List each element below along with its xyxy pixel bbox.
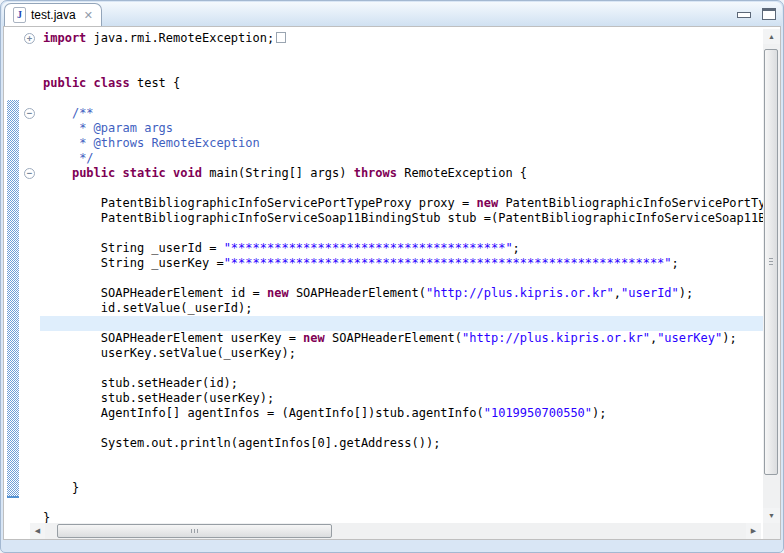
code-line[interactable]: [43, 46, 763, 61]
scroll-left-icon[interactable]: ◀: [30, 523, 45, 539]
code-token: "http://plus.kipris.or.kr": [426, 286, 614, 300]
code-token: /**: [43, 106, 94, 120]
code-token: RemoteException {: [397, 166, 527, 180]
code-token: PatentBibliographicInfoServiceSoap11Bind…: [43, 211, 763, 225]
code-token: }: [43, 481, 79, 495]
code-line[interactable]: * @param args: [43, 121, 763, 136]
code-line[interactable]: String _userKey ="**********************…: [43, 256, 763, 271]
code-line[interactable]: stub.setHeader(userKey);: [43, 391, 763, 406]
code-line[interactable]: * @throws RemoteException: [43, 136, 763, 151]
code-line[interactable]: /**: [43, 106, 763, 121]
vertical-scrollbar[interactable]: ▲ ▼: [763, 29, 780, 523]
code-token: SOAPHeaderElement(: [289, 286, 426, 300]
code-line[interactable]: AgentInfo[] agentInfos = (AgentInfo[])st…: [43, 406, 763, 421]
code-line[interactable]: [43, 271, 763, 286]
code-token: String _userId =: [43, 241, 224, 255]
code-token: "userKey": [657, 331, 722, 345]
code-token: );: [592, 406, 606, 420]
fold-minus-icon[interactable]: −: [24, 168, 35, 179]
code-token: ,: [614, 286, 621, 300]
code-token: String _userKey =: [43, 256, 224, 270]
code-token: new: [476, 196, 498, 210]
code-area[interactable]: import java.rmi.RemoteException;public c…: [40, 27, 763, 523]
fold-plus-icon[interactable]: +: [24, 33, 35, 44]
code-token: PatentBibliographicInfoServicePortTypePr…: [43, 196, 476, 210]
code-line[interactable]: stub.setHeader(id);: [43, 376, 763, 391]
code-token: "1019950700550": [484, 406, 592, 420]
code-token: public static void: [72, 166, 202, 180]
editor-tab-bar: J test.java ✕: [2, 2, 782, 26]
code-token: "http://plus.kipris.or.kr": [462, 331, 650, 345]
code-line[interactable]: PatentBibliographicInfoServiceSoap11Bind…: [43, 211, 763, 226]
code-token: PatentBibliographicInfoServicePortTypeP: [498, 196, 763, 210]
code-line[interactable]: id.setValue(_userId);: [43, 301, 763, 316]
code-token: );: [679, 286, 693, 300]
code-token: userKey.setValue(_userKey);: [43, 346, 296, 360]
code-token: SOAPHeaderElement id =: [43, 286, 267, 300]
view-window-controls: [737, 7, 776, 20]
code-token: java.rmi.RemoteException;: [86, 31, 274, 45]
collapsed-region-icon[interactable]: [276, 32, 286, 43]
code-line[interactable]: [40, 316, 763, 331]
code-line[interactable]: SOAPHeaderElement userKey = new SOAPHead…: [43, 331, 763, 346]
code-token: }: [43, 511, 50, 523]
code-line[interactable]: public static void main(String[] args) t…: [43, 166, 763, 181]
code-token: main(String[] args): [202, 166, 354, 180]
code-line[interactable]: [43, 181, 763, 196]
scroll-down-icon[interactable]: ▼: [763, 508, 780, 523]
fold-minus-icon[interactable]: −: [24, 108, 35, 119]
code-line[interactable]: }: [43, 481, 763, 496]
scrollbar-grip: [191, 529, 199, 533]
code-line[interactable]: System.out.println(agentInfos[0].getAddr…: [43, 436, 763, 451]
code-token: stub.setHeader(userKey);: [43, 391, 274, 405]
code-line[interactable]: [43, 61, 763, 76]
java-file-icon: J: [13, 7, 26, 23]
tab-close-icon[interactable]: ✕: [84, 10, 93, 21]
minimize-view-icon[interactable]: [737, 12, 751, 18]
scroll-right-icon[interactable]: ▶: [746, 523, 761, 539]
code-token: new: [267, 286, 289, 300]
horizontal-scrollbar[interactable]: ◀ ▶: [30, 523, 761, 539]
code-line[interactable]: public class test {: [43, 76, 763, 91]
code-token: import: [43, 31, 86, 45]
horizontal-scrollbar-thumb[interactable]: [57, 524, 332, 538]
code-line[interactable]: [43, 451, 763, 466]
code-line[interactable]: [43, 226, 763, 241]
code-line[interactable]: import java.rmi.RemoteException;: [43, 31, 763, 46]
code-line[interactable]: [43, 496, 763, 511]
scroll-up-icon[interactable]: ▲: [763, 29, 780, 44]
code-line[interactable]: */: [43, 151, 763, 166]
code-token: stub.setHeader(id);: [43, 376, 238, 390]
code-token: "userId": [621, 286, 679, 300]
code-token: public class: [43, 76, 130, 90]
tab-test-java[interactable]: J test.java ✕: [4, 3, 102, 26]
code-token: AgentInfo[] agentInfos = (AgentInfo[])st…: [43, 406, 484, 420]
code-line[interactable]: [43, 91, 763, 106]
code-line[interactable]: }: [43, 511, 763, 523]
tab-title: test.java: [31, 8, 76, 22]
code-token: "**************************************": [224, 241, 513, 255]
code-token: new: [303, 331, 325, 345]
editor-window-frame: J test.java ✕ +−− import java.rmi.Remote…: [0, 0, 784, 553]
code-line[interactable]: [43, 421, 763, 436]
code-line[interactable]: [43, 361, 763, 376]
maximize-view-icon[interactable]: [762, 8, 776, 20]
code-line[interactable]: PatentBibliographicInfoServicePortTypePr…: [43, 196, 763, 211]
code-token: ;: [513, 241, 520, 255]
java-editor: +−− import java.rmi.RemoteException;publ…: [3, 26, 781, 540]
vertical-scrollbar-thumb[interactable]: [764, 49, 778, 475]
code-line[interactable]: userKey.setValue(_userKey);: [43, 346, 763, 361]
code-token: System.out.println(agentInfos[0].getAddr…: [43, 436, 440, 450]
code-token: );: [722, 331, 736, 345]
code-token: */: [43, 151, 94, 165]
code-token: SOAPHeaderElement userKey =: [43, 331, 303, 345]
scrollbar-grip: [769, 258, 773, 265]
code-line[interactable]: [43, 466, 763, 481]
code-token: "***************************************…: [224, 256, 672, 270]
code-line[interactable]: String _userId = "**********************…: [43, 241, 763, 256]
code-token: [43, 166, 72, 180]
range-indicator: [7, 100, 19, 498]
code-line[interactable]: SOAPHeaderElement id = new SOAPHeaderEle…: [43, 286, 763, 301]
code-token: id.setValue(_userId);: [43, 301, 253, 315]
code-token: throws: [354, 166, 397, 180]
